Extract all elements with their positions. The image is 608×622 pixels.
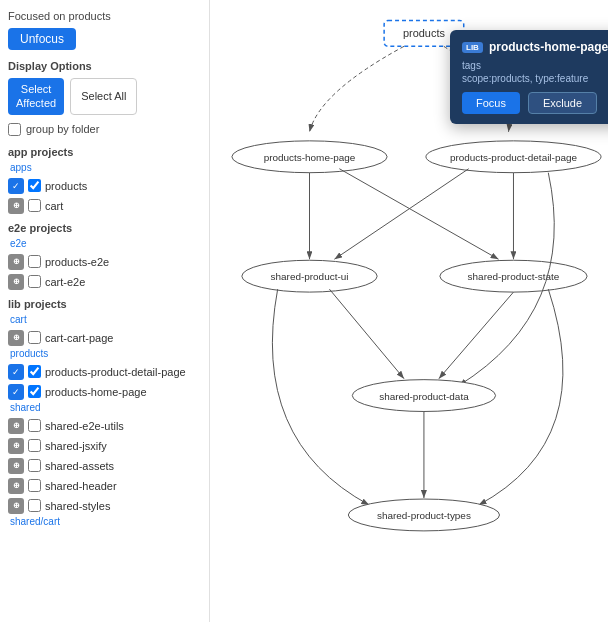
lib-projects-title: lib projects — [8, 298, 201, 310]
products-e2e-checkbox[interactable] — [28, 255, 41, 268]
svg-line-7 — [334, 169, 468, 260]
exclude-button[interactable]: Exclude — [528, 92, 597, 114]
project-name-shared-e2e-utils: shared-e2e-utils — [45, 420, 124, 432]
e2e-projects-title: e2e projects — [8, 222, 201, 234]
list-item: ✓ products-product-detail-page — [8, 362, 201, 382]
node-products[interactable]: products — [403, 27, 445, 39]
shared-cart-tag: shared/cart — [8, 516, 201, 527]
shared-assets-checkbox[interactable] — [28, 459, 41, 472]
group-by-folder-label: group by folder — [26, 123, 99, 135]
lib-badge: LIB — [462, 42, 483, 53]
node-products-home-page[interactable]: products-home-page — [264, 152, 356, 163]
select-all-button[interactable]: Select All — [70, 78, 137, 115]
sidebar: Focused on products Unfocus Display Opti… — [0, 0, 210, 622]
lib-icon-cart-cart-page: ⊕ — [8, 330, 24, 346]
project-name-shared-assets: shared-assets — [45, 460, 114, 472]
shared-e2e-utils-checkbox[interactable] — [28, 419, 41, 432]
list-item: ⊕ cart — [8, 196, 201, 216]
lib-icon-shared-header: ⊕ — [8, 478, 24, 494]
graph-area: LIB products-home-page tags scope:produc… — [210, 0, 608, 622]
cart-e2e-checkbox[interactable] — [28, 275, 41, 288]
checked-icon-php: ✓ — [8, 384, 24, 400]
project-name-shared-styles: shared-styles — [45, 500, 110, 512]
cart-checkbox[interactable] — [28, 199, 41, 212]
lib-icon-cart-e2e: ⊕ — [8, 274, 24, 290]
node-products-product-detail-page[interactable]: products-product-detail-page — [450, 152, 578, 163]
list-item: ⊕ shared-jsxify — [8, 436, 201, 456]
tags-value: scope:products, type:feature — [462, 73, 608, 84]
display-options-label: Display Options — [8, 60, 201, 72]
tooltip-buttons: Focus Exclude — [462, 92, 608, 114]
products-checkbox[interactable] — [28, 179, 41, 192]
group-by-folder-checkbox[interactable] — [8, 123, 21, 136]
svg-line-6 — [339, 169, 498, 260]
shared-styles-checkbox[interactable] — [28, 499, 41, 512]
list-item: ⊕ shared-header — [8, 476, 201, 496]
project-name-cart: cart — [45, 200, 63, 212]
lib-icon-shared-styles: ⊕ — [8, 498, 24, 514]
lib-icon-cart: ⊕ — [8, 198, 24, 214]
list-item: ⊕ cart-cart-page — [8, 328, 201, 348]
products-tag: products — [8, 348, 201, 359]
lib-icon-shared-assets: ⊕ — [8, 458, 24, 474]
group-by-folder-option: group by folder — [8, 123, 201, 136]
project-name-cart-cart-page: cart-cart-page — [45, 332, 113, 344]
node-shared-product-types[interactable]: shared-product-types — [377, 510, 471, 521]
lib-icon-shared-jsx: ⊕ — [8, 438, 24, 454]
lib-icon-shared-e2e: ⊕ — [8, 418, 24, 434]
cart-tag: cart — [8, 314, 201, 325]
app-projects-title: app projects — [8, 146, 201, 158]
list-item: ⊕ products-e2e — [8, 252, 201, 272]
project-name-shared-jsxify: shared-jsxify — [45, 440, 107, 452]
checked-icon-ppdp: ✓ — [8, 364, 24, 380]
focused-on-label: Focused on products — [8, 10, 201, 22]
shared-jsxify-checkbox[interactable] — [28, 439, 41, 452]
apps-tag: apps — [8, 162, 201, 173]
select-affected-button[interactable]: SelectAffected — [8, 78, 64, 115]
list-item: ⊕ cart-e2e — [8, 272, 201, 292]
tooltip-header: LIB products-home-page — [462, 40, 608, 54]
e2e-tag: e2e — [8, 238, 201, 249]
shared-header-checkbox[interactable] — [28, 479, 41, 492]
project-name-shared-header: shared-header — [45, 480, 117, 492]
unfocus-button[interactable]: Unfocus — [8, 28, 76, 50]
cart-cart-page-checkbox[interactable] — [28, 331, 41, 344]
select-buttons-group: SelectAffected Select All — [8, 78, 201, 115]
project-name-products: products — [45, 180, 87, 192]
project-name-php: products-home-page — [45, 386, 147, 398]
checked-icon-products: ✓ — [8, 178, 24, 194]
node-shared-product-data[interactable]: shared-product-data — [379, 391, 469, 402]
products-home-page-checkbox[interactable] — [28, 385, 41, 398]
list-item: ⊕ shared-styles — [8, 496, 201, 516]
tags-label: tags — [462, 60, 608, 71]
project-name-products-e2e: products-e2e — [45, 256, 109, 268]
list-item: ✓ products — [8, 176, 201, 196]
list-item: ⊕ shared-assets — [8, 456, 201, 476]
focus-button[interactable]: Focus — [462, 92, 520, 114]
node-shared-product-ui[interactable]: shared-product-ui — [271, 271, 349, 282]
node-tooltip: LIB products-home-page tags scope:produc… — [450, 30, 608, 124]
products-product-detail-page-checkbox[interactable] — [28, 365, 41, 378]
svg-line-11 — [329, 289, 404, 379]
svg-line-12 — [439, 292, 514, 379]
lib-icon-products-e2e: ⊕ — [8, 254, 24, 270]
tooltip-tags: tags scope:products, type:feature — [462, 60, 608, 84]
project-name-cart-e2e: cart-e2e — [45, 276, 85, 288]
list-item: ✓ products-home-page — [8, 382, 201, 402]
tooltip-title: products-home-page — [489, 40, 608, 54]
project-name-ppdp: products-product-detail-page — [45, 366, 186, 378]
shared-tag: shared — [8, 402, 201, 413]
list-item: ⊕ shared-e2e-utils — [8, 416, 201, 436]
